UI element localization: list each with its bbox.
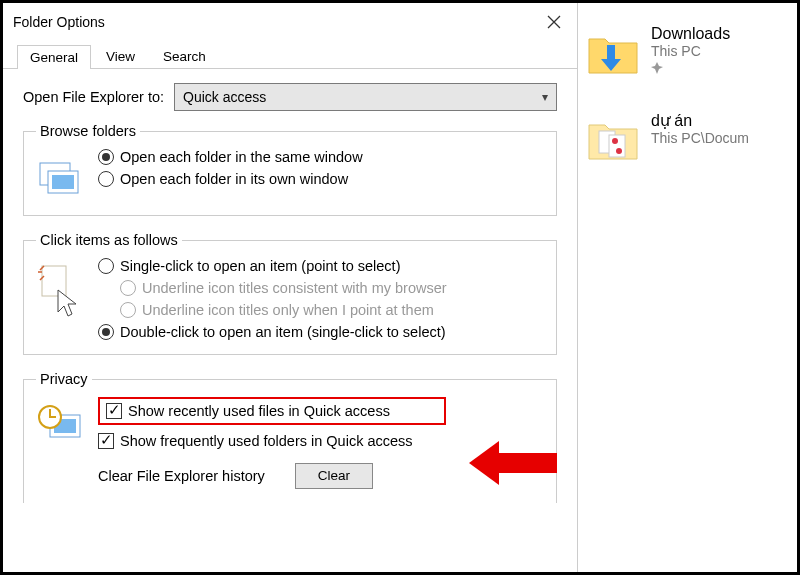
privacy-clock-icon — [36, 401, 84, 449]
tab-general[interactable]: General — [17, 45, 91, 69]
radio-double-click[interactable]: Double-click to open an item (single-cli… — [98, 324, 447, 340]
clear-history-label: Clear File Explorer history — [98, 468, 265, 484]
open-to-value: Quick access — [183, 89, 266, 105]
radio-underline-point: Underline icon titles only when I point … — [120, 302, 447, 318]
side-item-downloads[interactable]: Downloads This PC — [585, 25, 797, 81]
cursor-click-icon — [36, 262, 84, 310]
radio-single-click[interactable]: Single-click to open an item (point to s… — [98, 258, 447, 274]
svg-rect-3 — [42, 266, 66, 296]
downloads-folder-icon — [585, 25, 641, 81]
dialog-title: Folder Options — [13, 14, 105, 30]
side-item-title: dự án — [651, 111, 749, 130]
clear-button[interactable]: Clear — [295, 463, 373, 489]
highlight-box: Show recently used files in Quick access — [98, 397, 446, 425]
pin-icon — [651, 62, 730, 74]
checkbox-freq-folders[interactable]: Show frequently used folders in Quick ac… — [98, 433, 446, 449]
svg-rect-2 — [52, 175, 74, 189]
close-button[interactable] — [531, 5, 577, 39]
tab-view[interactable]: View — [93, 44, 148, 68]
checkbox-recent-files[interactable]: Show recently used files in Quick access — [106, 403, 438, 419]
side-item-subtitle: This PC — [651, 43, 730, 59]
open-to-label: Open File Explorer to: — [23, 89, 164, 105]
browse-folders-group: Browse folders Open each folder in the s… — [23, 123, 557, 216]
radio-underline-browser: Underline icon titles consistent with my… — [120, 280, 447, 296]
open-to-dropdown[interactable]: Quick access ▾ — [174, 83, 557, 111]
radio-same-window[interactable]: Open each folder in the same window — [98, 149, 363, 165]
callout-arrow — [469, 441, 557, 485]
click-items-group: Click items as follows Single-click to o… — [23, 232, 557, 355]
radio-own-window[interactable]: Open each folder in its own window — [98, 171, 363, 187]
titlebar: Folder Options — [3, 3, 577, 41]
svg-rect-8 — [609, 135, 625, 157]
browse-legend: Browse folders — [36, 123, 140, 139]
tab-strip: General View Search — [3, 41, 577, 69]
svg-point-10 — [616, 148, 622, 154]
click-legend: Click items as follows — [36, 232, 182, 248]
side-item-subtitle: This PC\Docum — [651, 130, 749, 146]
svg-point-9 — [612, 138, 618, 144]
folder-options-dialog: Folder Options General View Search Open … — [3, 3, 578, 575]
chevron-down-icon: ▾ — [542, 90, 548, 104]
privacy-legend: Privacy — [36, 371, 92, 387]
quick-access-panel: Downloads This PC dự án This PC\Docum — [579, 3, 800, 219]
side-item-title: Downloads — [651, 25, 730, 43]
folder-pair-icon — [36, 153, 84, 201]
tab-search[interactable]: Search — [150, 44, 219, 68]
side-item-project[interactable]: dự án This PC\Docum — [585, 111, 797, 167]
project-folder-icon — [585, 111, 641, 167]
